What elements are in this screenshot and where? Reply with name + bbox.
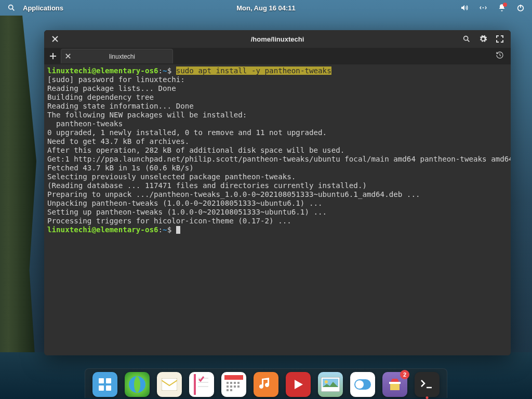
dock: 2: [85, 368, 447, 398]
dock-terminal[interactable]: [415, 372, 440, 397]
new-tab-button[interactable]: [46, 49, 60, 63]
power-icon[interactable]: [516, 4, 525, 12]
wallpaper-cliff: [0, 16, 36, 379]
svg-rect-31: [227, 389, 229, 391]
notification-badge: [503, 3, 507, 7]
svg-point-0: [9, 5, 13, 9]
dock-settings[interactable]: [350, 372, 375, 397]
svg-rect-13: [106, 378, 111, 383]
dock-appcenter[interactable]: 2: [382, 372, 407, 397]
svg-rect-22: [224, 375, 243, 380]
dock-multitasking[interactable]: [92, 372, 117, 397]
volume-icon[interactable]: [460, 4, 469, 12]
svg-point-37: [355, 380, 364, 389]
svg-point-6: [464, 36, 468, 41]
settings-button[interactable]: [476, 32, 490, 46]
network-icon[interactable]: [479, 4, 487, 12]
svg-rect-18: [194, 374, 196, 395]
dock-calendar[interactable]: [221, 372, 246, 397]
dock-mail[interactable]: [157, 372, 182, 397]
dock-browser[interactable]: [125, 372, 150, 397]
svg-rect-24: [230, 382, 232, 384]
svg-rect-17: [162, 378, 177, 391]
tab-bar: linuxtechi: [44, 48, 511, 64]
tab-close-icon[interactable]: [65, 53, 73, 60]
svg-rect-32: [230, 389, 232, 391]
top-panel: Applications Mon, Aug 16 04:11: [0, 0, 532, 16]
applications-button[interactable]: Applications: [23, 4, 63, 12]
svg-rect-12: [99, 378, 104, 383]
svg-rect-26: [237, 382, 240, 384]
svg-rect-39: [389, 382, 401, 384]
appcenter-badge: 2: [400, 370, 409, 379]
window-title: /home/linuxtechi: [251, 35, 304, 43]
svg-point-35: [325, 380, 328, 383]
search-icon[interactable]: [7, 4, 16, 12]
terminal-content[interactable]: linuxtechi@elementary-os6:~$ sudo apt in…: [44, 64, 511, 355]
svg-rect-27: [227, 385, 229, 388]
search-in-terminal-button[interactable]: [460, 32, 473, 46]
svg-line-7: [468, 40, 470, 42]
svg-rect-25: [234, 382, 236, 384]
tab-label: linuxtechi: [76, 53, 168, 60]
svg-rect-30: [237, 385, 240, 388]
svg-rect-23: [227, 382, 229, 384]
svg-rect-15: [106, 385, 111, 391]
dock-videos[interactable]: [286, 372, 311, 397]
window-maximize-button[interactable]: [493, 32, 507, 46]
svg-rect-29: [234, 385, 236, 388]
history-button[interactable]: [493, 51, 507, 61]
notifications-icon[interactable]: [498, 4, 506, 12]
window-titlebar[interactable]: /home/linuxtechi: [44, 30, 511, 48]
window-close-button[interactable]: [48, 32, 62, 46]
terminal-tab[interactable]: linuxtechi: [61, 49, 173, 63]
clock[interactable]: Mon, Aug 16 04:11: [236, 4, 296, 12]
svg-rect-28: [230, 385, 232, 388]
dock-photos[interactable]: [318, 372, 343, 397]
svg-rect-38: [390, 383, 400, 390]
svg-line-1: [12, 9, 15, 11]
dock-music[interactable]: [254, 372, 278, 397]
dock-tasks[interactable]: [189, 372, 214, 397]
svg-rect-14: [99, 385, 104, 391]
terminal-window: /home/linuxtechi linuxtechi linuxtech: [44, 30, 511, 355]
